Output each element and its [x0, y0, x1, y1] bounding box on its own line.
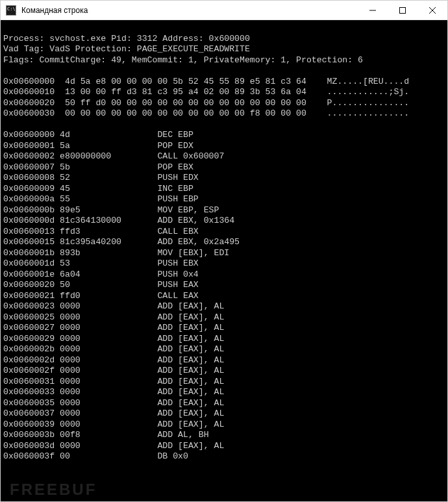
- hexdump-row: 0x00600010 13 00 00 ff d3 81 c3 95 a4 02…: [3, 87, 443, 98]
- maximize-button[interactable]: [388, 1, 417, 19]
- disasm-row: 0x00600037 0000 ADD [EAX], AL: [3, 408, 443, 420]
- disasm-row: 0x00600009 45 INC EBP: [3, 184, 443, 195]
- watermark: FREEBUF: [10, 484, 97, 496]
- disasm-row: 0x0060000a 55 PUSH EBP: [3, 194, 443, 205]
- disassembly-block: 0x00600000 4d DEC EBP0x00600001 5a POP E…: [3, 130, 443, 462]
- blank-line: [3, 23, 443, 34]
- disasm-row: 0x0060000d 81c364130000 ADD EBX, 0x1364: [3, 216, 443, 227]
- hexdump-row: 0x00600020 50 ff d0 00 00 00 00 00 00 00…: [3, 98, 443, 109]
- disasm-row: 0x00600002 e800000000 CALL 0x600007: [3, 151, 443, 162]
- window-titlebar: Командная строка: [1, 1, 447, 20]
- disasm-row: 0x0060003d 0000 ADD [EAX], AL: [3, 441, 443, 452]
- disasm-row: 0x00600020 50 PUSH EAX: [3, 280, 443, 291]
- disasm-row: 0x00600039 0000 ADD [EAX], AL: [3, 420, 443, 431]
- window-title: Командная строка: [20, 6, 358, 15]
- disasm-row: 0x00600035 0000 ADD [EAX], AL: [3, 398, 443, 409]
- disasm-row: 0x0060002f 0000 ADD [EAX], AL: [3, 366, 443, 377]
- hexdump-row: 0x00600000 4d 5a e8 00 00 00 00 5b 52 45…: [3, 77, 443, 88]
- disasm-row: 0x00600025 0000 ADD [EAX], AL: [3, 312, 443, 323]
- disasm-row: 0x00600027 0000 ADD [EAX], AL: [3, 323, 443, 334]
- header-line: Process: svchost.exe Pid: 3312 Address: …: [3, 34, 443, 45]
- blank-line: [3, 66, 443, 77]
- disasm-row: 0x00600031 0000 ADD [EAX], AL: [3, 377, 443, 388]
- disasm-row: 0x0060001e 6a04 PUSH 0x4: [3, 270, 443, 281]
- disasm-row: 0x00600013 ffd3 CALL EBX: [3, 227, 443, 238]
- disasm-row: 0x0060001d 53 PUSH EBX: [3, 258, 443, 270]
- disasm-row: 0x00600029 0000 ADD [EAX], AL: [3, 334, 443, 345]
- disasm-row: 0x00600023 0000 ADD [EAX], AL: [3, 301, 443, 312]
- minimize-button[interactable]: [358, 1, 388, 19]
- close-button[interactable]: [417, 1, 447, 19]
- svg-rect-1: [400, 7, 406, 13]
- disasm-row: 0x00600021 ffd0 CALL EAX: [3, 291, 443, 302]
- disasm-row: 0x0060001b 893b MOV [EBX], EDI: [3, 248, 443, 259]
- disasm-row: 0x0060003f 00 DB 0x0: [3, 451, 443, 462]
- disasm-row: 0x00600015 81c395a40200 ADD EBX, 0x2a495: [3, 237, 443, 248]
- disasm-row: 0x00600000 4d DEC EBP: [3, 130, 443, 141]
- disasm-row: 0x0060000b 89e5 MOV EBP, ESP: [3, 205, 443, 216]
- hexdump-row: 0x00600030 00 00 00 00 00 00 00 00 00 00…: [3, 108, 443, 119]
- header-line: Flags: CommitCharge: 49, MemCommit: 1, P…: [3, 55, 443, 66]
- disasm-row: 0x00600033 0000 ADD [EAX], AL: [3, 387, 443, 398]
- disasm-row: 0x00600007 5b POP EBX: [3, 162, 443, 173]
- console-output[interactable]: Process: svchost.exe Pid: 3312 Address: …: [1, 20, 447, 501]
- header-line: Vad Tag: VadS Protection: PAGE_EXECUTE_R…: [3, 44, 443, 55]
- hexdump-block: 0x00600000 4d 5a e8 00 00 00 00 5b 52 45…: [3, 77, 443, 119]
- disasm-row: 0x00600008 52 PUSH EDX: [3, 173, 443, 184]
- command-prompt-icon: [6, 5, 16, 16]
- window-controls: [358, 1, 447, 19]
- disasm-row: 0x00600001 5a POP EDX: [3, 141, 443, 152]
- disasm-row: 0x0060002b 0000 ADD [EAX], AL: [3, 344, 443, 355]
- disasm-row: 0x0060002d 0000 ADD [EAX], AL: [3, 355, 443, 366]
- blank-line: [3, 119, 443, 131]
- disasm-row: 0x0060003b 00f8 ADD AL, BH: [3, 430, 443, 441]
